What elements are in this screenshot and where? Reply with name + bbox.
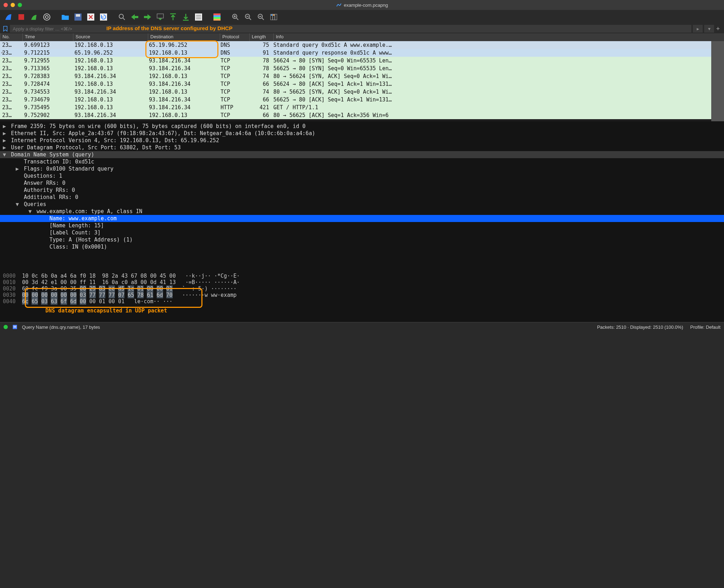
tree-row[interactable]: [Label Count: 3] bbox=[0, 229, 724, 236]
packet-row[interactable]: 23…9.73455393.184.216.34192.168.0.13TCP7… bbox=[0, 88, 724, 96]
svg-rect-12 bbox=[196, 18, 201, 19]
go-first-icon[interactable] bbox=[167, 11, 179, 23]
tree-row[interactable]: Type: A (Host Address) (1) bbox=[0, 236, 724, 243]
packet-row[interactable]: 23…9.728474192.168.0.1393.184.216.34TCP6… bbox=[0, 80, 724, 88]
packet-details-pane[interactable]: ▶ Frame 2359: 75 bytes on wire (600 bits… bbox=[0, 121, 724, 271]
go-last-icon[interactable] bbox=[180, 11, 191, 23]
svg-rect-10 bbox=[196, 15, 201, 16]
svg-rect-4 bbox=[76, 14, 80, 17]
tree-row[interactable]: Additional RRs: 0 bbox=[0, 194, 724, 201]
go-forward-icon[interactable] bbox=[142, 11, 153, 23]
titlebar: example-com.pcapng bbox=[0, 0, 724, 10]
svg-point-2 bbox=[45, 16, 48, 18]
hex-row[interactable]: 0020 60 fc f9 3a 00 35 00 29 83 ee d5 1c… bbox=[3, 285, 721, 292]
hex-row[interactable]: 0010 00 3d 42 e1 00 00 ff 11 16 0a c0 a8… bbox=[3, 279, 721, 285]
apply-filter-icon[interactable]: ▸ bbox=[693, 25, 703, 33]
svg-rect-8 bbox=[157, 14, 163, 18]
hex-row[interactable]: 0040 6c 65 03 63 6f 6d 00 00 01 00 01 le… bbox=[3, 298, 721, 305]
col-time[interactable]: Time bbox=[22, 33, 73, 41]
resize-columns-icon[interactable] bbox=[268, 11, 279, 23]
expert-info-icon[interactable] bbox=[4, 325, 8, 329]
tree-row[interactable]: Questions: 1 bbox=[0, 172, 724, 179]
zoom-out-icon[interactable] bbox=[243, 11, 254, 23]
status-profile[interactable]: Profile: Default bbox=[690, 324, 720, 330]
tree-row[interactable]: ▶ Frame 2359: 75 bytes on wire (600 bits… bbox=[0, 123, 724, 130]
packet-row[interactable]: 23…9.699123192.168.0.1365.19.96.252DNS75… bbox=[0, 41, 724, 49]
col-info[interactable]: Info bbox=[273, 33, 724, 41]
close-file-icon[interactable] bbox=[85, 11, 96, 23]
annotation-udp: DNS datagram encapsulted in UDP packet bbox=[3, 305, 721, 314]
packet-row[interactable]: 23…9.734679192.168.0.1393.184.216.34TCP6… bbox=[0, 96, 724, 104]
tree-row[interactable]: ▶ Flags: 0x0100 Standard query bbox=[0, 165, 724, 172]
minimize-window[interactable] bbox=[11, 3, 15, 7]
auto-scroll-icon[interactable] bbox=[193, 11, 204, 23]
annotation-dns-server: IP address of the DNS server configured … bbox=[106, 25, 233, 31]
save-file-icon[interactable] bbox=[72, 11, 84, 23]
bookmark-filter-icon[interactable] bbox=[2, 26, 9, 32]
col-source[interactable]: Source bbox=[73, 33, 148, 41]
col-protocol[interactable]: Protocol bbox=[220, 33, 249, 41]
status-field-info: Query Name (dns.qry.name), 17 bytes bbox=[22, 324, 100, 330]
col-no[interactable]: No. bbox=[0, 33, 22, 41]
tree-row[interactable]: ▼ Queries bbox=[0, 201, 724, 208]
col-length[interactable]: Length bbox=[249, 33, 273, 41]
shark-fin-icon[interactable] bbox=[3, 11, 14, 23]
zoom-window[interactable] bbox=[18, 3, 22, 7]
zoom-in-icon[interactable] bbox=[230, 11, 241, 23]
svg-rect-14 bbox=[213, 15, 221, 17]
packet-list-pane[interactable]: No. Time Source Destination Protocol Len… bbox=[0, 33, 724, 121]
filter-dropdown-icon[interactable]: ▾ bbox=[704, 25, 714, 33]
tree-row[interactable]: Authority RRs: 0 bbox=[0, 187, 724, 194]
packet-row[interactable]: 23…9.75290293.184.216.34192.168.0.13TCP6… bbox=[0, 111, 724, 119]
edit-notes-icon[interactable] bbox=[12, 324, 18, 330]
wireshark-title-icon bbox=[336, 2, 342, 8]
svg-text:=: = bbox=[259, 15, 261, 18]
go-to-packet-icon[interactable] bbox=[155, 11, 166, 23]
tree-row[interactable]: ▶ User Datagram Protocol, Src Port: 6380… bbox=[0, 144, 724, 151]
tree-row[interactable]: ▼ Domain Name System (query) bbox=[0, 151, 724, 158]
packet-row[interactable]: 23…9.713365192.168.0.1393.184.216.34TCP7… bbox=[0, 65, 724, 72]
window-title: example-com.pcapng bbox=[344, 2, 388, 8]
open-file-icon[interactable] bbox=[60, 11, 71, 23]
svg-rect-16 bbox=[213, 19, 221, 21]
packet-row[interactable]: 23…9.72838393.184.216.34192.168.0.13TCP7… bbox=[0, 72, 724, 80]
reload-file-icon[interactable] bbox=[98, 11, 109, 23]
tree-row[interactable]: [Name Length: 15] bbox=[0, 222, 724, 229]
go-back-icon[interactable] bbox=[129, 11, 140, 23]
zoom-reset-icon[interactable]: = bbox=[255, 11, 267, 23]
tree-row[interactable]: Name: www.example.com bbox=[0, 215, 724, 222]
status-bar: Query Name (dns.qry.name), 17 bytes Pack… bbox=[0, 322, 724, 332]
svg-rect-0 bbox=[18, 14, 24, 20]
tree-row[interactable]: ▶ Ethernet II, Src: Apple_2a:43:67 (f0:1… bbox=[0, 130, 724, 137]
packet-minimap[interactable] bbox=[711, 41, 724, 121]
add-filter-button[interactable]: + bbox=[714, 25, 722, 33]
col-destination[interactable]: Destination bbox=[148, 33, 220, 41]
restart-capture-icon[interactable] bbox=[28, 11, 40, 23]
packet-row[interactable]: 23…9.735495192.168.0.1393.184.216.34HTTP… bbox=[0, 104, 724, 111]
tree-row[interactable]: Transaction ID: 0xd51c bbox=[0, 158, 724, 165]
capture-options-icon[interactable] bbox=[41, 11, 52, 23]
tree-row[interactable]: ▼ www.example.com: type A, class IN bbox=[0, 208, 724, 215]
status-packet-count: Packets: 2510 · Displayed: 2510 (100.0%) bbox=[597, 324, 683, 330]
hex-row[interactable]: 0030 00 00 00 00 00 00 03 77 77 77 07 65… bbox=[3, 292, 721, 298]
close-window[interactable] bbox=[4, 3, 8, 7]
svg-rect-24 bbox=[271, 15, 272, 16]
colorize-icon[interactable] bbox=[211, 11, 223, 23]
stop-capture-icon[interactable] bbox=[16, 11, 27, 23]
svg-rect-28 bbox=[13, 327, 16, 328]
packet-row[interactable]: 23…9.71221565.19.96.252192.168.0.13DNS91… bbox=[0, 49, 724, 57]
tree-row[interactable]: ▶ Internet Protocol Version 4, Src: 192.… bbox=[0, 137, 724, 144]
find-packet-icon[interactable] bbox=[116, 11, 128, 23]
hex-row[interactable]: 0000 10 0c 6b 0a a4 6a f0 18 98 2a 43 67… bbox=[3, 273, 721, 279]
svg-rect-23 bbox=[275, 14, 277, 20]
main-toolbar: = bbox=[0, 10, 724, 24]
svg-rect-27 bbox=[13, 326, 16, 327]
tree-row[interactable]: Class: IN (0x0001) bbox=[0, 243, 724, 250]
filter-toolbar: ▸ ▾ + IP address of the DNS server confi… bbox=[0, 24, 724, 33]
svg-rect-13 bbox=[213, 13, 221, 15]
packet-bytes-pane[interactable]: 0000 10 0c 6b 0a a4 6a f0 18 98 2a 43 67… bbox=[0, 271, 724, 322]
svg-rect-11 bbox=[196, 17, 201, 17]
packet-row[interactable]: 23…9.712955192.168.0.1393.184.216.34TCP7… bbox=[0, 57, 724, 65]
tree-row[interactable]: Answer RRs: 0 bbox=[0, 179, 724, 187]
svg-rect-15 bbox=[213, 17, 221, 19]
